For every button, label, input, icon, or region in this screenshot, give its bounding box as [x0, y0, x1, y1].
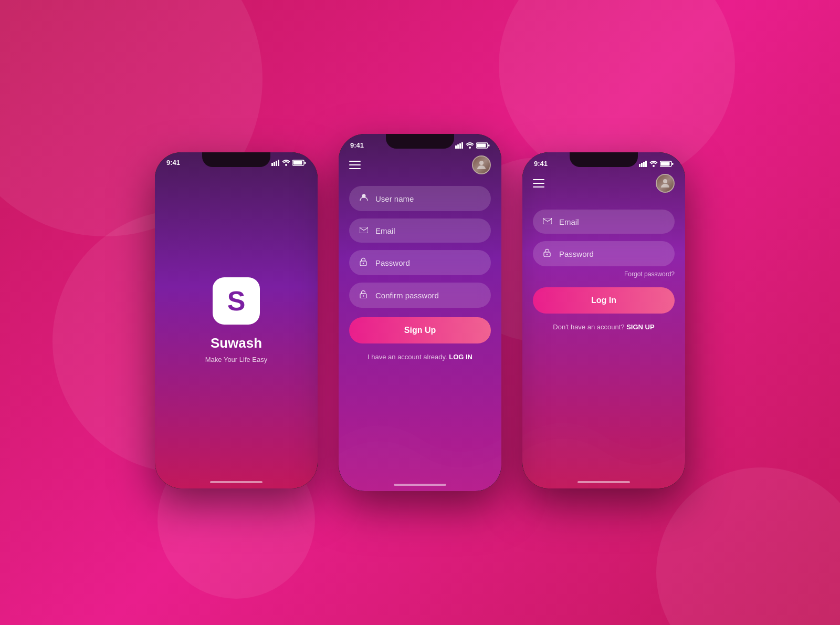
email-icon-center: [360, 226, 369, 235]
svg-rect-23: [639, 164, 640, 167]
notch-left: [202, 152, 270, 167]
phone-login: 9:41: [522, 152, 685, 488]
password-field-center[interactable]: Password: [349, 250, 491, 275]
svg-rect-29: [661, 162, 670, 165]
email-field-center[interactable]: Email: [349, 218, 491, 243]
svg-rect-8: [455, 145, 457, 149]
login-link[interactable]: LOG IN: [449, 353, 472, 361]
password-field-right[interactable]: Password: [533, 241, 675, 266]
svg-point-22: [363, 295, 364, 296]
svg-rect-10: [459, 143, 461, 149]
svg-rect-9: [457, 144, 459, 149]
svg-rect-11: [461, 142, 463, 149]
app-tagline: Make Your Life Easy: [205, 356, 268, 363]
username-field[interactable]: User name: [349, 186, 491, 211]
confirm-password-field[interactable]: Confirm password: [349, 283, 491, 308]
email-placeholder-right: Email: [559, 217, 579, 226]
confirm-password-placeholder: Confirm password: [375, 291, 439, 300]
svg-rect-24: [641, 163, 643, 167]
email-icon-right: [543, 217, 553, 226]
svg-rect-1: [274, 162, 275, 166]
lock-icon-center: [360, 257, 369, 268]
svg-rect-25: [643, 162, 645, 167]
signup-header: [339, 151, 501, 181]
svg-rect-6: [293, 161, 302, 164]
splash-screen: 9:41: [155, 152, 318, 488]
svg-rect-0: [271, 163, 273, 166]
svg-point-27: [653, 165, 655, 167]
no-account-text: Don't have an account?: [553, 323, 624, 331]
signup-button[interactable]: Sign Up: [349, 317, 491, 343]
signup-link-row: Don't have an account? SIGN UP: [533, 323, 675, 331]
avatar-right[interactable]: [656, 174, 675, 193]
status-icons-right: [639, 161, 674, 167]
svg-point-16: [479, 161, 484, 165]
svg-rect-2: [276, 161, 277, 166]
svg-rect-14: [477, 143, 486, 147]
svg-rect-3: [278, 160, 279, 166]
lock-open-icon: [360, 290, 369, 300]
hamburger-button-center[interactable]: [349, 161, 361, 169]
username-placeholder: User name: [375, 194, 414, 203]
login-button[interactable]: Log In: [533, 287, 675, 314]
app-name: Suwash: [211, 335, 262, 351]
forgot-password-text[interactable]: Forgot password?: [533, 270, 675, 278]
svg-rect-15: [488, 144, 490, 147]
status-time-left: 9:41: [166, 159, 180, 166]
logo-letter: S: [227, 285, 246, 317]
phone-signup: 9:41: [339, 134, 501, 491]
login-form: Email Password: [522, 199, 685, 488]
status-time-center: 9:41: [350, 141, 364, 149]
svg-point-20: [363, 263, 364, 264]
status-icons-left: [271, 160, 306, 166]
svg-point-34: [547, 254, 548, 255]
signup-screen: 9:41: [339, 134, 501, 491]
email-field-right[interactable]: Email: [533, 210, 675, 234]
svg-rect-30: [672, 163, 674, 165]
login-screen: 9:41: [522, 152, 685, 488]
status-time-right: 9:41: [534, 160, 548, 168]
svg-point-4: [285, 164, 287, 166]
app-logo: S: [213, 277, 260, 325]
person-icon: [360, 193, 369, 204]
phones-container: 9:41: [155, 134, 685, 491]
avatar-center[interactable]: [472, 155, 491, 174]
lock-icon-right: [543, 248, 553, 259]
password-placeholder-center: Password: [375, 258, 410, 267]
signup-form: User name Email: [339, 181, 501, 491]
status-icons-center: [455, 142, 490, 149]
home-indicator-left: [210, 481, 262, 483]
phone-splash: 9:41: [155, 152, 318, 488]
signup-link[interactable]: SIGN UP: [626, 323, 654, 331]
svg-point-31: [663, 179, 667, 183]
password-placeholder-right: Password: [559, 249, 594, 258]
svg-point-12: [469, 147, 471, 149]
svg-rect-26: [645, 161, 647, 167]
email-placeholder-center: Email: [375, 226, 395, 235]
login-header: [522, 170, 685, 199]
existing-account-text: I have an account already.: [368, 353, 447, 361]
svg-rect-7: [304, 162, 306, 164]
login-link-row: I have an account already. LOG IN: [349, 353, 491, 361]
hamburger-button-right[interactable]: [533, 179, 544, 188]
